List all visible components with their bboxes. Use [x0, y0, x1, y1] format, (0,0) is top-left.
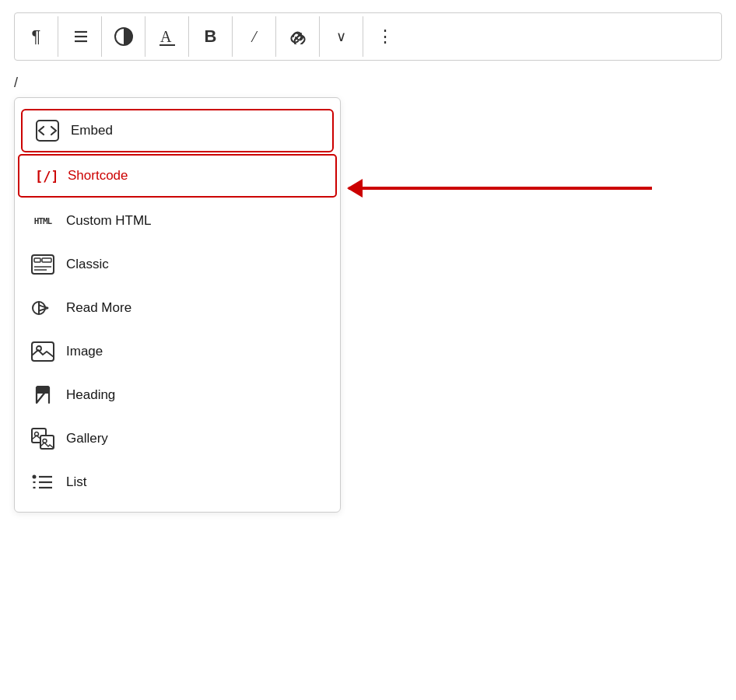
- embed-label: Embed: [71, 123, 113, 138]
- list-menu-label: List: [66, 474, 86, 490]
- list-button[interactable]: [58, 16, 102, 57]
- svg-rect-16: [32, 342, 54, 361]
- svg-text:[/]: [/]: [35, 169, 56, 184]
- menu-item-read-more[interactable]: Read More: [15, 286, 340, 330]
- editor-toolbar: ¶ A B /: [14, 12, 722, 61]
- arrow-line: [349, 187, 652, 190]
- list-icon: [72, 30, 89, 44]
- menu-item-list[interactable]: List: [15, 460, 340, 504]
- svg-point-23: [33, 475, 37, 479]
- circle-half-button[interactable]: [102, 16, 145, 57]
- menu-item-custom-html[interactable]: HTML Custom HTML: [15, 199, 340, 243]
- custom-html-label: Custom HTML: [66, 213, 152, 229]
- classic-label: Classic: [66, 257, 109, 272]
- embed-icon: [35, 118, 60, 143]
- heading-label: Heading: [66, 387, 115, 403]
- svg-text:A: A: [160, 28, 172, 45]
- block-menu-dropdown: Embed [/] Shortcode HTML Custom HTML: [14, 97, 722, 513]
- classic-icon: [30, 252, 55, 277]
- heading-icon: [30, 383, 55, 408]
- svg-rect-11: [42, 258, 51, 262]
- vertical-dots-icon: ⋮: [377, 26, 394, 47]
- shortcode-icon: [/]: [32, 163, 57, 188]
- italic-icon: /: [251, 26, 256, 47]
- italic-button[interactable]: /: [233, 16, 276, 57]
- read-more-label: Read More: [66, 300, 131, 316]
- more-options-chevron-button[interactable]: ∨: [320, 16, 363, 57]
- svg-rect-10: [34, 258, 40, 262]
- menu-item-image[interactable]: Image: [15, 330, 340, 373]
- menu-item-embed[interactable]: Embed: [21, 109, 334, 152]
- options-menu-button[interactable]: ⋮: [363, 16, 407, 57]
- paragraph-icon: ¶: [32, 26, 41, 47]
- slash-trigger: /: [14, 75, 722, 91]
- gallery-label: Gallery: [66, 431, 108, 446]
- circle-half-icon: [114, 26, 134, 47]
- link-button[interactable]: [276, 16, 320, 57]
- menu-item-gallery[interactable]: Gallery: [15, 417, 340, 460]
- underline-a-button[interactable]: A: [145, 16, 189, 57]
- bold-icon: B: [205, 26, 217, 47]
- menu-item-shortcode[interactable]: [/] Shortcode: [18, 154, 337, 198]
- paragraph-button[interactable]: ¶: [15, 16, 58, 57]
- menu-item-heading[interactable]: Heading: [15, 373, 340, 417]
- list-menu-icon: [30, 470, 55, 495]
- custom-html-icon: HTML: [30, 208, 55, 233]
- svg-rect-18: [37, 386, 49, 394]
- image-icon: [30, 339, 55, 364]
- gallery-icon: [30, 426, 55, 451]
- bold-button[interactable]: B: [189, 16, 233, 57]
- arrow-head-icon: [347, 179, 363, 198]
- block-menu: Embed [/] Shortcode HTML Custom HTML: [14, 97, 341, 513]
- menu-item-classic[interactable]: Classic: [15, 243, 340, 286]
- chevron-down-icon: ∨: [336, 28, 346, 45]
- link-icon: [287, 29, 309, 44]
- shortcode-label: Shortcode: [68, 168, 128, 184]
- arrow-annotation: [349, 187, 652, 190]
- underline-a-icon: A: [159, 26, 176, 47]
- read-more-icon: [30, 296, 55, 320]
- image-label: Image: [66, 344, 103, 359]
